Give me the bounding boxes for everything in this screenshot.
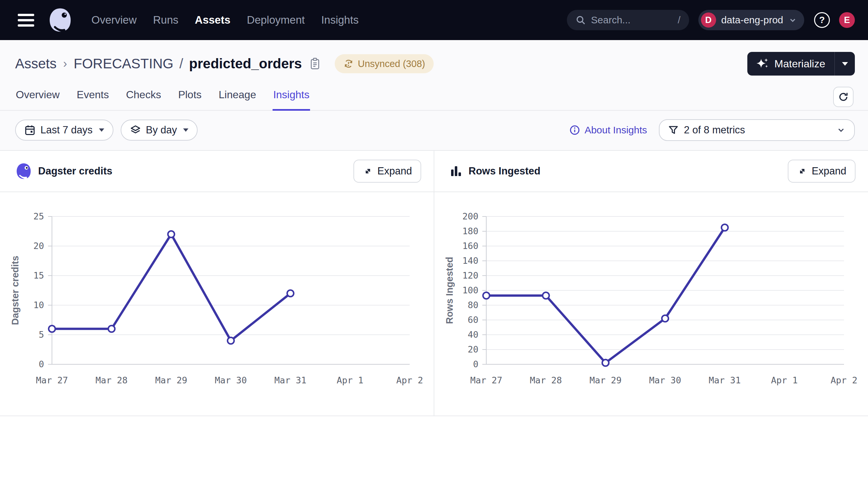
svg-text:Mar 30: Mar 30 (649, 375, 681, 385)
svg-text:20: 20 (33, 241, 44, 251)
chart-title: Dagster credits (38, 165, 113, 177)
svg-text:200: 200 (462, 211, 478, 221)
breadcrumb-separator: › (63, 57, 68, 70)
svg-text:60: 60 (468, 315, 478, 325)
svg-text:5: 5 (39, 329, 44, 340)
dagster-credits-panel: Dagster credits Expand 0510152025Mar 27M… (0, 151, 434, 416)
svg-text:Mar 28: Mar 28 (530, 375, 562, 385)
about-insights-label: About Insights (585, 124, 647, 136)
expand-icon (797, 166, 807, 176)
page-header: Assets › FORECASTING / predicted_orders (0, 40, 868, 111)
breadcrumb-slash: / (179, 56, 183, 71)
date-range-filter-button[interactable]: Last 7 days (15, 120, 113, 141)
deployment-switcher[interactable]: D data-eng-prod (698, 10, 804, 30)
sync-status-label: Unsynced (308) (358, 58, 425, 69)
chart-title: Rows Ingested (469, 165, 540, 177)
svg-text:Apr 1: Apr 1 (771, 375, 797, 385)
rows-ingested-panel: Rows Ingested Expand 0204060801001201401… (434, 151, 868, 416)
svg-text:Mar 30: Mar 30 (215, 375, 247, 385)
expand-label: Expand (378, 165, 412, 177)
search-box[interactable]: / (567, 10, 689, 30)
materialize-button[interactable]: Materialize (747, 52, 834, 76)
svg-text:180: 180 (462, 226, 478, 236)
sync-status-badge[interactable]: Unsynced (308) (335, 54, 434, 73)
search-shortcut-hint: / (678, 14, 680, 26)
chevron-down-icon (842, 62, 848, 66)
svg-text:120: 120 (462, 270, 478, 280)
refresh-button[interactable] (833, 87, 854, 107)
svg-text:20: 20 (468, 344, 478, 354)
expand-button[interactable]: Expand (788, 160, 855, 183)
asset-tabs: Overview Events Checks Plots Lineage Ins… (0, 86, 868, 111)
svg-text:Mar 27: Mar 27 (470, 375, 502, 385)
about-insights-link[interactable]: About Insights (569, 124, 647, 136)
materialize-split-button: Materialize (747, 52, 855, 76)
filter-funnel-icon (668, 125, 679, 135)
help-icon: ? (819, 15, 825, 25)
menu-icon[interactable] (18, 14, 34, 27)
svg-text:160: 160 (462, 241, 478, 251)
svg-text:Mar 31: Mar 31 (709, 375, 741, 385)
granularity-filter-button[interactable]: By day (121, 120, 198, 141)
tab-insights[interactable]: Insights (272, 86, 310, 111)
nav-item-deployment[interactable]: Deployment (247, 14, 305, 26)
svg-text:Mar 28: Mar 28 (96, 375, 128, 385)
svg-text:Mar 27: Mar 27 (36, 375, 68, 385)
copy-icon[interactable] (310, 57, 320, 70)
materialize-dropdown-button[interactable] (834, 52, 855, 76)
expand-button[interactable]: Expand (354, 160, 421, 183)
deployment-initial-badge: D (701, 12, 716, 28)
chevron-down-icon (837, 126, 846, 135)
info-icon (569, 124, 580, 136)
sync-alert-icon (343, 58, 354, 69)
user-avatar[interactable]: E (839, 12, 855, 28)
dagster-octopus-icon (15, 162, 32, 180)
svg-text:0: 0 (39, 359, 44, 369)
svg-text:Rows Ingested: Rows Ingested (444, 257, 455, 324)
svg-text:15: 15 (33, 270, 44, 280)
tab-plots[interactable]: Plots (178, 86, 202, 110)
nav-item-insights[interactable]: Insights (321, 14, 359, 26)
svg-text:Dagster credits: Dagster credits (10, 255, 21, 325)
svg-text:Apr 2: Apr 2 (830, 375, 857, 385)
layers-icon (130, 124, 141, 136)
nav-item-runs[interactable]: Runs (153, 14, 179, 26)
svg-text:Apr 2: Apr 2 (396, 375, 423, 385)
breadcrumb-group-link[interactable]: FORECASTING (74, 56, 173, 71)
nav-item-overview[interactable]: Overview (91, 14, 137, 26)
tab-lineage[interactable]: Lineage (218, 86, 257, 110)
refresh-icon (838, 91, 849, 103)
top-nav: Overview Runs Assets Deployment Insights… (0, 0, 868, 40)
tab-overview[interactable]: Overview (15, 86, 60, 110)
svg-text:Mar 29: Mar 29 (589, 375, 622, 385)
help-button[interactable]: ? (814, 12, 830, 28)
line-chart-canvas[interactable]: 0510152025Mar 27Mar 28Mar 29Mar 30Mar 31… (0, 192, 433, 416)
breadcrumb-assets-link[interactable]: Assets (15, 56, 56, 71)
tab-checks[interactable]: Checks (125, 86, 162, 110)
dagster-logo-icon[interactable] (47, 7, 73, 33)
deployment-name: data-eng-prod (722, 14, 783, 26)
granularity-label: By day (146, 124, 177, 136)
svg-text:25: 25 (33, 211, 44, 221)
expand-icon (363, 166, 373, 176)
line-chart-canvas[interactable]: 020406080100120140160180200Mar 27Mar 28M… (434, 192, 868, 416)
nav-item-assets[interactable]: Assets (195, 14, 230, 26)
main-nav-links: Overview Runs Assets Deployment Insights (91, 14, 359, 26)
svg-text:100: 100 (462, 285, 478, 295)
svg-text:Mar 31: Mar 31 (275, 375, 307, 385)
svg-text:Apr 1: Apr 1 (337, 375, 363, 385)
search-input[interactable] (591, 14, 673, 26)
svg-text:Mar 29: Mar 29 (155, 375, 188, 385)
insights-charts: Dagster credits Expand 0510152025Mar 27M… (0, 150, 868, 416)
date-range-label: Last 7 days (40, 124, 93, 136)
chevron-down-icon (183, 129, 188, 132)
svg-text:0: 0 (473, 359, 478, 369)
metrics-filter-select[interactable]: 2 of 8 metrics (659, 119, 855, 141)
materialize-label: Materialize (774, 58, 825, 70)
svg-text:40: 40 (468, 329, 478, 340)
insights-filter-bar: Last 7 days By day About Insights 2 of 8… (0, 111, 868, 150)
tab-events[interactable]: Events (76, 86, 110, 110)
metrics-filter-label: 2 of 8 metrics (684, 124, 745, 136)
chevron-down-icon (99, 129, 104, 132)
expand-label: Expand (812, 165, 846, 177)
